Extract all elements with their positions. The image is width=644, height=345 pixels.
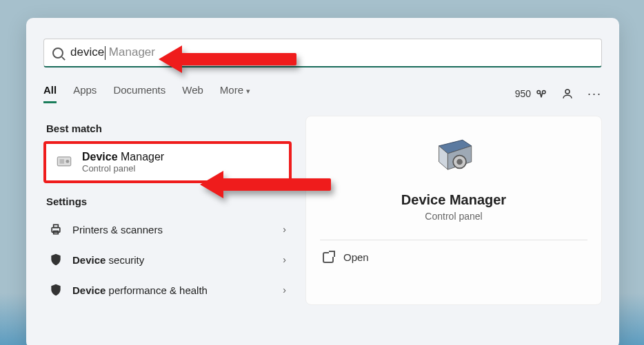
best-match-heading: Best match (46, 123, 292, 134)
svg-point-0 (537, 91, 541, 94)
device-manager-icon (54, 153, 74, 172)
tab-documents[interactable]: Documents (113, 84, 165, 103)
svg-point-5 (66, 159, 69, 163)
chevron-right-icon: › (283, 224, 286, 235)
search-typed-text: device (70, 45, 104, 59)
search-box[interactable]: device Manager (43, 39, 602, 67)
search-panel: device Manager All Apps Documents Web Mo… (26, 18, 619, 345)
chevron-right-icon: › (283, 284, 286, 295)
open-label: Open (343, 251, 369, 263)
settings-item-label: Printers & scanners (72, 224, 163, 236)
settings-item-printers[interactable]: Printers & scanners › (43, 214, 292, 244)
best-match-subtitle: Control panel (82, 163, 164, 174)
open-external-icon (323, 252, 334, 263)
detail-title: Device Manager (401, 192, 506, 208)
svg-point-1 (542, 91, 545, 94)
open-action[interactable]: Open (320, 251, 369, 263)
settings-item-label: Device performance & health (72, 284, 208, 296)
tab-more[interactable]: More▾ (220, 84, 250, 103)
settings-list: Printers & scanners › Device security › … (43, 214, 292, 305)
settings-item-device-security[interactable]: Device security › (43, 244, 292, 275)
tab-apps[interactable]: Apps (73, 84, 97, 103)
shield-icon (49, 283, 63, 297)
best-match-title: Device Manager (82, 151, 164, 163)
rewards-icon (535, 87, 547, 100)
svg-point-13 (456, 159, 463, 165)
search-suggestion: Manager (105, 45, 155, 59)
detail-panel: Device Manager Control panel Open (305, 116, 602, 305)
svg-point-2 (565, 90, 570, 94)
results-content: Best match Device Manager Control panel … (43, 116, 602, 305)
chevron-down-icon: ▾ (246, 87, 250, 95)
tab-web[interactable]: Web (182, 84, 203, 103)
best-match-text: Device Manager Control panel (82, 151, 164, 174)
rewards-points[interactable]: 950 (515, 87, 547, 100)
shield-icon (49, 253, 63, 266)
chevron-right-icon: › (283, 254, 286, 265)
settings-heading: Settings (46, 196, 292, 207)
printer-icon (49, 222, 63, 236)
toolbar-right: 950 ··· (515, 87, 602, 101)
filter-tabs-row: All Apps Documents Web More▾ 950 ··· (43, 84, 602, 103)
filter-tabs: All Apps Documents Web More▾ (43, 84, 250, 103)
account-icon[interactable] (561, 87, 574, 100)
settings-item-label: Device security (72, 254, 144, 266)
points-value: 950 (515, 88, 531, 99)
settings-item-device-performance[interactable]: Device performance & health › (43, 275, 292, 305)
detail-subtitle: Control panel (425, 211, 482, 222)
best-match-result[interactable]: Device Manager Control panel (43, 141, 292, 183)
tab-all[interactable]: All (43, 84, 57, 103)
search-icon (52, 48, 63, 59)
results-left-column: Best match Device Manager Control panel … (43, 116, 292, 305)
divider (320, 240, 587, 240)
svg-rect-7 (54, 224, 59, 227)
svg-rect-4 (60, 159, 65, 164)
more-options-button[interactable]: ··· (587, 87, 602, 101)
search-input[interactable]: device Manager (70, 45, 593, 60)
device-manager-large-icon (430, 137, 478, 178)
